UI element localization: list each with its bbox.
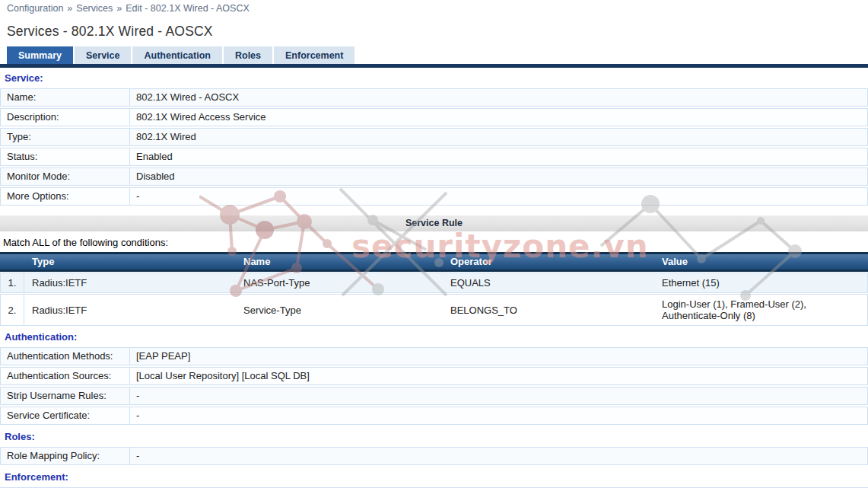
table-row: Role Mapping Policy: - — [0, 447, 868, 465]
service-section-heading: Service: — [5, 72, 868, 84]
column-header-value: Value — [654, 252, 868, 272]
rule-header-row: Type Name Operator Value — [0, 252, 868, 272]
attr-label: Monitor Mode: — [0, 167, 129, 186]
tab-roles[interactable]: Roles — [224, 46, 272, 64]
rule-name: Service-Type — [236, 294, 443, 326]
table-row: Type: 802.1X Wired — [0, 128, 868, 146]
rule-number: 2. — [0, 294, 24, 326]
tab-bar: Summary Service Authentication Roles Enf… — [7, 46, 868, 64]
attr-value: [Local User Repository] [Local SQL DB] — [129, 367, 868, 385]
attr-label: Name: — [0, 88, 129, 107]
table-row: Strip Username Rules: - — [0, 387, 868, 405]
rule-name: NAS-Port-Type — [236, 273, 443, 293]
breadcrumb-current: Edit - 802.1X Wired - AOSCX — [126, 3, 250, 14]
attr-label: Authentication Methods: — [0, 347, 129, 365]
tab-enforcement[interactable]: Enforcement — [274, 46, 355, 64]
attr-value: Enabled — [129, 148, 868, 166]
service-attributes-table: Name: 802.1X Wired - AOSCX Description: … — [0, 87, 868, 207]
attr-value: Disabled — [129, 167, 868, 186]
service-rule-section-bar: Service Rule — [0, 215, 868, 231]
rule-number: 1. — [0, 273, 24, 293]
rule-operator: EQUALS — [443, 273, 654, 293]
table-row: Name: 802.1X Wired - AOSCX — [0, 88, 868, 107]
roles-section-heading: Roles: — [5, 431, 868, 442]
enforcement-section-heading: Enforcement: — [5, 471, 868, 483]
breadcrumb-separator: » — [67, 3, 72, 14]
tab-authentication[interactable]: Authentication — [132, 46, 222, 64]
breadcrumb-separator: » — [116, 3, 122, 14]
table-row: Authentication Methods: [EAP PEAP] — [0, 347, 868, 365]
attr-value: - — [129, 187, 868, 206]
breadcrumb-services[interactable]: Services — [76, 3, 113, 14]
attr-label: Description: — [0, 108, 129, 126]
roles-attributes-table: Role Mapping Policy: - — [0, 445, 868, 467]
attr-value: 802.1X Wired - AOSCX — [129, 88, 868, 107]
rule-value: Ethernet (15) — [654, 273, 868, 293]
table-row: Authentication Sources: [Local User Repo… — [0, 367, 868, 385]
rule-type: Radius:IETF — [24, 273, 236, 293]
tab-underline-bar — [0, 64, 868, 68]
attr-label: Type: — [0, 128, 129, 146]
table-row: 1. Radius:IETF NAS-Port-Type EQUALS Ethe… — [0, 273, 868, 293]
column-header-name: Name — [236, 252, 443, 272]
tab-service[interactable]: Service — [75, 46, 131, 64]
attr-value: - — [129, 387, 868, 405]
authentication-section-heading: Authentication: — [5, 331, 868, 343]
table-row: Status: Enabled — [0, 148, 868, 166]
attr-value: 802.1X Wired Access Service — [129, 108, 868, 126]
attr-value: [EAP PEAP] — [129, 347, 868, 365]
table-row: Description: 802.1X Wired Access Service — [0, 108, 868, 126]
attr-label: Status: — [0, 148, 129, 166]
page-title: Services - 802.1X Wired - AOSCX — [7, 24, 868, 40]
column-header-operator: Operator — [443, 252, 654, 272]
tab-summary[interactable]: Summary — [7, 46, 73, 64]
attr-label: More Options: — [0, 187, 129, 206]
breadcrumb: Configuration»Services»Edit - 802.1X Wir… — [0, 0, 868, 14]
table-row: More Options: - — [0, 187, 868, 206]
table-row: 2. Radius:IETF Service-Type BELONGS_TO L… — [0, 294, 868, 326]
attr-value: 802.1X Wired — [129, 128, 868, 146]
rule-operator: BELONGS_TO — [443, 294, 654, 326]
match-conditions-text: Match ALL of the following conditions: — [3, 237, 868, 248]
rule-value: Login-User (1), Framed-User (2), Authent… — [654, 294, 868, 326]
attr-value: - — [129, 447, 868, 465]
column-header-num — [0, 252, 24, 272]
attr-label: Strip Username Rules: — [0, 387, 129, 405]
service-rule-table: Type Name Operator Value 1. Radius:IETF … — [0, 251, 868, 327]
column-header-type: Type — [24, 252, 236, 272]
table-row: Service Certificate: - — [0, 407, 868, 425]
rule-type: Radius:IETF — [24, 294, 236, 326]
attr-label: Authentication Sources: — [0, 367, 129, 385]
authentication-attributes-table: Authentication Methods: [EAP PEAP] Authe… — [0, 346, 868, 426]
table-row: Monitor Mode: Disabled — [0, 167, 868, 186]
attr-label: Service Certificate: — [0, 407, 129, 425]
attr-value: - — [129, 407, 868, 425]
breadcrumb-configuration[interactable]: Configuration — [7, 3, 63, 14]
attr-label: Role Mapping Policy: — [0, 447, 129, 465]
